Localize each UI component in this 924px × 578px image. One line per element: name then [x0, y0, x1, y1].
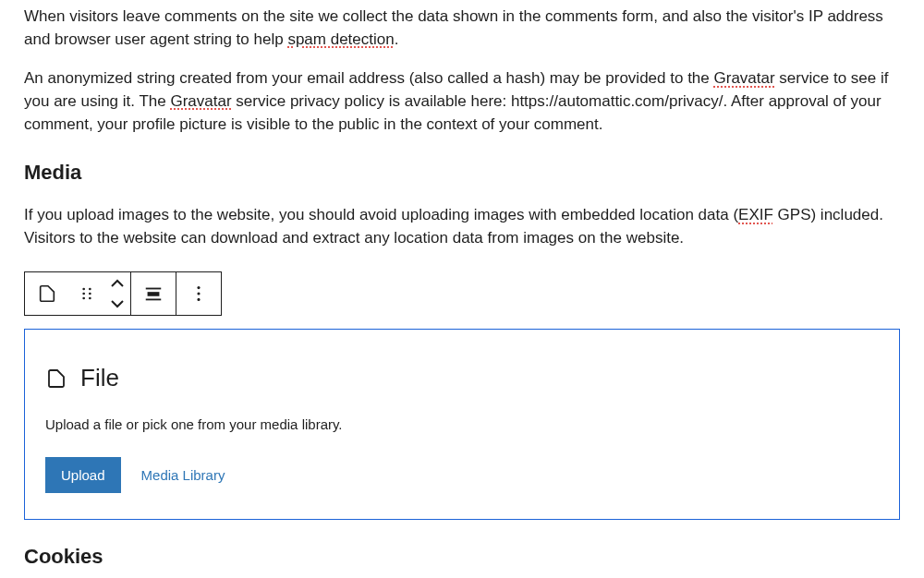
- text: If you upload images to the website, you…: [24, 206, 738, 223]
- svg-point-10: [197, 293, 200, 295]
- svg-rect-8: [146, 299, 162, 301]
- file-icon: [45, 367, 67, 390]
- block-type-button[interactable]: [25, 272, 69, 315]
- text: When visitors leave comments on the site…: [24, 7, 883, 48]
- placeholder-actions: Upload Media Library: [45, 457, 879, 493]
- privacy-paragraph-gravatar: An anonymized string created from your e…: [24, 67, 900, 136]
- chevron-up-icon: [110, 279, 125, 288]
- media-library-button[interactable]: Media Library: [141, 467, 225, 483]
- drag-icon: [78, 284, 96, 303]
- cookies-heading: Cookies: [24, 542, 900, 572]
- text: An anonymized string created from your e…: [24, 69, 714, 87]
- upload-button[interactable]: Upload: [45, 457, 121, 493]
- placeholder-header: File: [45, 361, 879, 396]
- text: .: [395, 30, 399, 48]
- align-button[interactable]: [131, 272, 176, 315]
- svg-point-2: [82, 293, 85, 295]
- privacy-paragraph-media: If you upload images to the website, you…: [24, 204, 900, 249]
- spellcheck-mark: EXIF: [738, 206, 773, 223]
- svg-point-11: [197, 298, 200, 301]
- file-icon: [37, 283, 57, 304]
- move-down-button[interactable]: [104, 294, 130, 314]
- drag-handle-button[interactable]: [69, 272, 104, 315]
- privacy-paragraph-comments: When visitors leave comments on the site…: [24, 6, 900, 51]
- svg-rect-7: [148, 293, 160, 297]
- media-heading: Media: [24, 158, 900, 187]
- svg-point-5: [89, 297, 91, 300]
- svg-point-0: [82, 288, 85, 291]
- more-vertical-icon: [188, 283, 209, 304]
- svg-rect-6: [146, 288, 162, 290]
- block-toolbar: [24, 271, 222, 316]
- placeholder-title: File: [80, 361, 119, 396]
- svg-point-3: [89, 293, 91, 295]
- block-movers: [104, 273, 130, 314]
- chevron-down-icon: [110, 299, 125, 308]
- spellcheck-mark: Gravatar: [714, 69, 775, 87]
- svg-point-9: [197, 286, 200, 289]
- file-block-placeholder[interactable]: File Upload a file or pick one from your…: [24, 329, 900, 519]
- placeholder-instructions: Upload a file or pick one from your medi…: [45, 415, 879, 435]
- move-up-button[interactable]: [104, 273, 130, 294]
- align-icon: [143, 283, 164, 304]
- more-options-button[interactable]: [176, 272, 221, 315]
- svg-point-4: [82, 297, 85, 300]
- svg-point-1: [89, 288, 91, 291]
- spellcheck-mark: Gravatar: [170, 92, 231, 110]
- spellcheck-mark: spam detection: [287, 30, 394, 48]
